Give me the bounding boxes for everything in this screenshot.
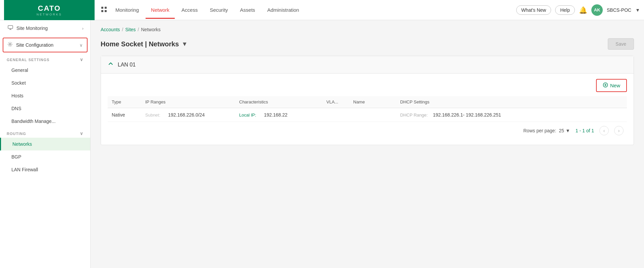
- rows-per-page-select[interactable]: 25 ▼: [559, 128, 570, 133]
- content-area: Accounts / Sites / Networks Home Socket …: [91, 20, 644, 268]
- general-settings-chevron-icon[interactable]: ∨: [80, 57, 84, 62]
- lan-section: LAN 01 New: [101, 56, 634, 145]
- routing-section-label: ROUTING ∨: [0, 128, 90, 138]
- grid-icon[interactable]: [101, 6, 107, 14]
- page-info: 1 - 1 of 1: [576, 128, 594, 133]
- breadcrumb-sites[interactable]: Sites: [125, 27, 136, 32]
- sidebar-item-bgp[interactable]: BGP: [0, 150, 90, 163]
- notification-bell-icon[interactable]: 🔔: [579, 6, 587, 14]
- sidebar-item-site-monitoring[interactable]: Site Monitoring ›: [0, 20, 90, 36]
- rows-dropdown-icon: ▼: [566, 128, 570, 133]
- sidebar-item-networks[interactable]: Networks: [0, 138, 90, 150]
- sidebar-item-dns[interactable]: DNS: [0, 102, 90, 115]
- new-button[interactable]: New: [596, 79, 627, 92]
- breadcrumb: Accounts / Sites / Networks: [101, 27, 634, 32]
- col-header-name: Name: [349, 96, 396, 108]
- sidebar-item-socket[interactable]: Socket: [0, 77, 90, 89]
- pagination-row: Rows per page: 25 ▼ 1 - 1 of 1 ‹ ›: [108, 122, 627, 139]
- new-button-row: New: [108, 79, 627, 92]
- save-button[interactable]: Save: [608, 38, 634, 50]
- table-header: Type IP Ranges Characteristics VLA...: [108, 96, 627, 108]
- svg-rect-4: [8, 26, 13, 29]
- col-header-vla: VLA...: [322, 96, 349, 108]
- avatar[interactable]: AK: [591, 4, 603, 16]
- svg-rect-2: [101, 10, 103, 12]
- site-configuration-label: Site Configuration: [16, 42, 53, 48]
- breadcrumb-sep-1: /: [122, 27, 123, 32]
- whats-new-button[interactable]: What's New: [516, 5, 551, 15]
- site-configuration-chevron-icon: ∨: [79, 43, 83, 48]
- table-row: Native Subnet: 192.168.226.0/24 Local IP…: [108, 108, 627, 122]
- nav-menu: Monitoring Network Access Security Asset…: [110, 1, 516, 19]
- cell-type: Native: [108, 108, 141, 122]
- lan-body: New Type IP Ranges: [101, 74, 634, 145]
- sidebar-item-bandwidth[interactable]: Bandwidth Manage...: [0, 115, 90, 128]
- site-monitoring-chevron-icon: ›: [82, 26, 84, 31]
- lan-header: LAN 01: [101, 56, 634, 74]
- main-layout: Site Monitoring › Site Configuration ∨ G…: [0, 20, 644, 268]
- gear-icon: [7, 42, 13, 48]
- breadcrumb-sep-2: /: [138, 27, 139, 32]
- routing-chevron-icon[interactable]: ∨: [80, 131, 84, 136]
- nav-item-network[interactable]: Network: [146, 1, 175, 19]
- page-title-dropdown-icon[interactable]: ▼: [181, 41, 187, 48]
- help-button[interactable]: Help: [555, 5, 575, 15]
- sidebar-item-lan-firewall[interactable]: LAN Firewall: [0, 163, 90, 176]
- top-navigation: CATO NETWORKS Monitoring Network Access …: [0, 0, 644, 20]
- cell-ip-ranges: Subnet: 192.168.226.0/24: [141, 108, 235, 122]
- svg-point-5: [9, 44, 11, 45]
- cell-dhcp: DHCP Range: 192.168.226.1- 192.168.226.2…: [396, 108, 627, 122]
- monitor-icon: [8, 25, 13, 32]
- nav-item-security[interactable]: Security: [204, 1, 233, 19]
- logo-sub: NETWORKS: [37, 13, 62, 16]
- account-dropdown-icon[interactable]: ▼: [635, 7, 640, 13]
- nav-item-assets[interactable]: Assets: [235, 1, 261, 19]
- logo-main: CATO: [37, 4, 62, 13]
- logo-area: CATO NETWORKS: [4, 0, 95, 20]
- col-header-type: Type: [108, 96, 141, 108]
- rows-per-page: Rows per page: 25 ▼: [523, 128, 570, 133]
- page-title: Home Socket | Networks: [101, 40, 179, 48]
- nav-item-access[interactable]: Access: [176, 1, 203, 19]
- rows-per-page-label: Rows per page:: [523, 128, 556, 133]
- breadcrumb-accounts[interactable]: Accounts: [101, 27, 120, 32]
- nav-right: What's New Help 🔔 AK SBCS-POC ▼: [516, 4, 640, 16]
- sidebar-item-general[interactable]: General: [0, 64, 90, 77]
- svg-rect-0: [101, 7, 103, 9]
- account-name[interactable]: SBCS-POC: [607, 7, 631, 13]
- col-header-characteristics: Characteristics: [235, 96, 322, 108]
- svg-rect-3: [105, 10, 107, 12]
- lan-collapse-icon[interactable]: [108, 61, 114, 69]
- cell-name: [349, 108, 396, 122]
- lan-title: LAN 01: [118, 62, 136, 68]
- plus-settings-icon: [603, 82, 608, 89]
- nav-item-administration[interactable]: Administration: [262, 1, 305, 19]
- cell-characteristics: Local IP: 192.168.22: [235, 108, 322, 122]
- next-page-button[interactable]: ›: [614, 126, 624, 135]
- general-settings-section-label: GENERAL SETTINGS ∨: [0, 54, 90, 64]
- sidebar-item-hosts[interactable]: Hosts: [0, 89, 90, 102]
- col-header-ip-ranges: IP Ranges: [141, 96, 235, 108]
- networks-table: Type IP Ranges Characteristics VLA...: [108, 96, 627, 122]
- sidebar: Site Monitoring › Site Configuration ∨ G…: [0, 20, 91, 268]
- col-header-dhcp: DHCP Settings: [396, 96, 627, 108]
- sidebar-item-site-configuration[interactable]: Site Configuration ∨: [3, 38, 88, 52]
- site-monitoring-label: Site Monitoring: [16, 26, 48, 31]
- nav-item-monitoring[interactable]: Monitoring: [110, 1, 144, 19]
- breadcrumb-networks: Networks: [141, 27, 161, 32]
- svg-rect-1: [105, 7, 107, 9]
- cell-vla: [322, 108, 349, 122]
- prev-page-button[interactable]: ‹: [599, 126, 609, 135]
- page-header: Home Socket | Networks ▼ Save: [101, 38, 634, 50]
